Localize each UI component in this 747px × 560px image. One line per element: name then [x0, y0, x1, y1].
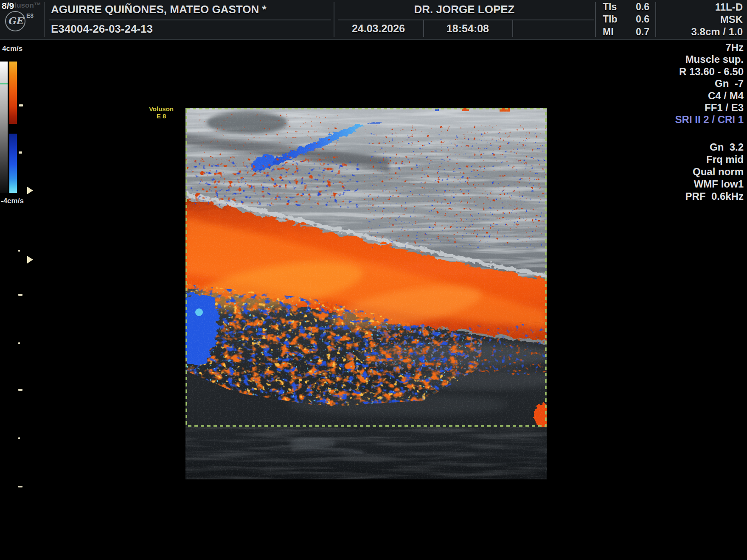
- ti-row: TIs 0.6: [596, 1, 654, 13]
- param-prf: PRF 0.6kHz: [685, 190, 744, 202]
- exam-time: 18:54:08: [423, 22, 512, 35]
- voluson-image-watermark: Voluson E 8: [148, 105, 175, 120]
- ti-row: MI 0.7: [596, 26, 654, 38]
- focus-marker-icon[interactable]: [27, 256, 33, 263]
- param-color-gain: Gn 3.2: [685, 141, 744, 153]
- param-gain: Gn -7: [675, 78, 744, 90]
- gray-map-marker[interactable]: [0, 83, 8, 84]
- doppler-scale-positive: [9, 62, 17, 124]
- param-color-quality: Qual norm: [685, 165, 744, 178]
- probe-depth-freq: 3.8cm / 1.0: [655, 26, 744, 38]
- depth-tick: [18, 250, 20, 252]
- scale-tick: [19, 104, 23, 106]
- param-preset: Muscle sup.: [675, 53, 744, 65]
- param-frame-rate: 7Hz: [675, 42, 744, 53]
- probe-name: 11L-D: [655, 1, 744, 13]
- patient-name: AGUIRRE QUIÑONES, MATEO GASTON *: [51, 3, 331, 16]
- ti-label: MI: [603, 26, 614, 38]
- depth-tick: [18, 342, 20, 344]
- ti-value: 0.7: [636, 26, 649, 38]
- param-color-frq: Frq mid: [685, 153, 744, 165]
- exam-date: 24.03.2026: [334, 22, 423, 35]
- depth-tick: [18, 389, 22, 391]
- param-sri-cri: SRI II 2 / CRI 1: [675, 114, 744, 126]
- depth-tick: [18, 437, 20, 439]
- velocity-scale-min-label: -4cm/s: [1, 197, 24, 205]
- ge-logo-icon: GE: [5, 11, 25, 31]
- param-c4-m4: C4 / M4: [675, 90, 744, 102]
- doppler-scale-negative: [9, 134, 17, 193]
- color-doppler-parameters: Gn 3.2 Frq mid Qual norm WMF low1 PRF 0.…: [685, 141, 744, 202]
- divider: [44, 2, 45, 37]
- voluson-screen: Voluson™ 8/9 GE E8 AGUIRRE QUIÑONES, MAT…: [0, 0, 747, 560]
- param-wall-motion-filter: WMF low1: [685, 178, 744, 190]
- b-mode-parameters: 7Hz Muscle sup. R 13.60 - 6.50 Gn -7 C4 …: [675, 42, 744, 126]
- divider: [338, 20, 594, 20]
- exam-id: E34004-26-03-24-13: [51, 22, 289, 36]
- ge-monogram: GE: [8, 15, 23, 26]
- divider: [49, 20, 331, 20]
- velocity-scale-max-label: 4cm/s: [2, 45, 22, 53]
- ti-label: TIs: [603, 1, 617, 13]
- gray-map-bar: [0, 62, 8, 193]
- watermark-line2: E 8: [148, 112, 175, 120]
- image-counter[interactable]: 8/9: [2, 1, 14, 11]
- depth-tick: [18, 486, 22, 487]
- param-freq-range: R 13.60 - 6.50: [675, 66, 744, 78]
- ti-value: 0.6: [636, 14, 649, 25]
- probe-block: 11L-D MSK 3.8cm / 1.0: [655, 1, 744, 38]
- param-ff1-e3: FF1 / E3: [675, 102, 744, 114]
- model-tag: E8: [26, 12, 34, 19]
- header-bar: Voluson™ 8/9 GE E8 AGUIRRE QUIÑONES, MAT…: [0, 0, 747, 40]
- watermark-line1: Voluson: [148, 105, 175, 112]
- speckle-overlay: [185, 108, 547, 479]
- scale-tick: [19, 151, 22, 154]
- ti-row: TIb 0.6: [596, 14, 654, 25]
- ti-value: 0.6: [636, 1, 649, 13]
- focus-marker-icon[interactable]: [27, 187, 33, 194]
- probe-preset: MSK: [655, 14, 744, 25]
- ti-label: TIb: [603, 14, 618, 25]
- divider: [512, 20, 513, 37]
- physician-name: DR. JORGE LOPEZ: [334, 3, 595, 16]
- thermal-index-block: TIs 0.6 TIb 0.6 MI 0.7: [596, 1, 654, 38]
- depth-tick: [18, 294, 22, 296]
- ultrasound-image[interactable]: [185, 108, 547, 479]
- ultrasound-render: [185, 108, 547, 479]
